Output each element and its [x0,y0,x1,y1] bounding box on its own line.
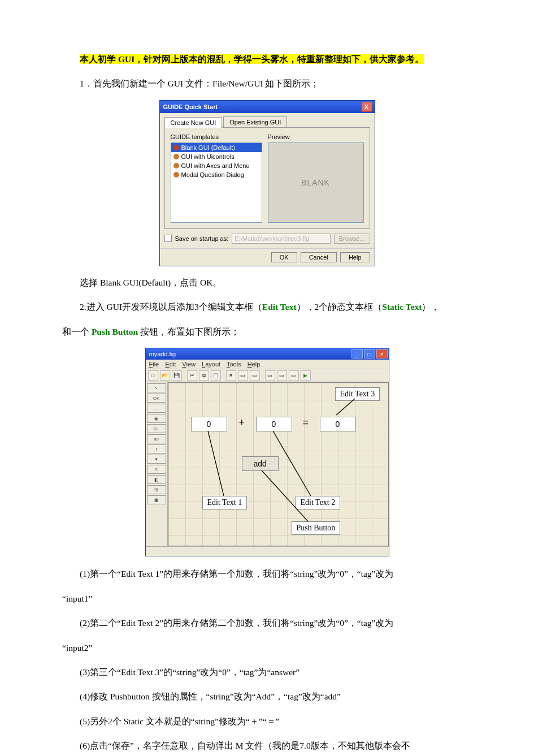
palette-panel-icon[interactable]: ▣ [147,495,166,504]
palette-listbox-icon[interactable]: ≡ [147,465,166,474]
palette-axes-icon[interactable]: ⊞ [147,485,166,494]
help-button[interactable]: Help [340,252,370,262]
toolbar-open-icon[interactable]: 📂 [160,370,170,381]
edit-text-term: Edit Text [262,302,297,312]
menu-layout[interactable]: Layout [202,361,220,368]
toolbar-paste-icon[interactable]: 📋 [211,370,221,381]
save-checkbox[interactable] [164,235,172,242]
palette-toggle-icon[interactable]: ◧ [147,475,166,484]
edit-text-3[interactable]: 0 [320,417,356,431]
editor-statusbar [146,546,389,556]
template-modal-dialog[interactable]: Modal Question Dialog [171,170,262,179]
save-row: Save on startup as: Browse... [164,234,370,244]
item-4: (4)修改 Pushbutton 按钮的属性，“string”改为“Add”，“… [62,688,472,705]
toolbar-button-icon[interactable]: ▭ [238,370,248,381]
save-label: Save on startup as: [175,235,229,242]
maximize-icon[interactable]: □ [364,349,375,358]
editor-title: myadd.fig [149,351,176,357]
palette-edit-icon[interactable]: ab [147,434,166,443]
guide-quick-start-dialog: GUIDE Quick Start X Create New GUI Open … [159,100,375,266]
tab-open-existing[interactable]: Open Existing GUI [223,116,287,127]
item-1b: “input1” [62,590,472,607]
template-icon [173,145,179,150]
dialog-body: GUIDE templates Blank GUI (Default) GUI … [164,127,370,229]
toolbar-button-icon[interactable]: ▭ [289,370,299,381]
browse-button[interactable]: Browse... [334,234,370,244]
callout-edit-text-1: Edit Text 1 [202,496,248,509]
templates-listbox[interactable]: Blank GUI (Default) GUI with Uicontrols … [171,142,262,223]
toolbar-button-icon[interactable]: ▭ [250,370,260,381]
callout-edit-text-2: Edit Text 2 [296,496,341,509]
editor-toolbar: □ 📂 💾 ✂ ⧉ 📋 # ▭ ▭ ▭ ▭ ▭ ▶ [146,369,389,382]
template-icon [173,172,179,178]
menu-file[interactable]: FFileile [149,361,159,368]
toolbar-cut-icon[interactable]: ✂ [187,370,197,381]
toolbar-button-icon[interactable]: ▭ [265,370,275,381]
intro-highlight: 本人初学 GUI，针对网上版本的混乱，学得一头雾水，特重新整理如下，供大家参考。 [80,54,424,64]
templates-label: GUIDE templates [171,133,261,140]
step-2-line2: 和一个 Push Button 按钮，布置如下图所示； [62,323,472,340]
dialog-tabs: Create New GUI Open Existing GUI [160,113,375,127]
item-2b: “input2” [62,640,472,656]
palette-text-icon[interactable]: T [147,444,166,453]
item-3: (3)第三个“Edit Text 3”的“string”改为“0”，“tag”为… [62,664,472,680]
toolbar-run-icon[interactable]: ▶ [301,370,311,381]
templates-column: GUIDE templates Blank GUI (Default) GUI … [171,133,261,223]
toolbar-copy-icon[interactable]: ⧉ [199,370,209,381]
preview-frame: BLANK [268,142,364,223]
palette-select-icon[interactable]: ↖ [147,383,166,392]
push-button-term: Push Button [92,327,138,336]
template-uicontrols[interactable]: GUI with Uicontrols [171,152,262,161]
toolbar-align-icon[interactable]: # [226,370,236,381]
item-6: (6)点击“保存”，名字任意取，自动弹出 M 文件（我的是7.0版本，不知其他版… [62,737,472,754]
static-text-term: Static Text [382,302,422,312]
close-icon[interactable]: × [376,349,388,358]
menu-help[interactable]: Help [248,361,261,368]
layout-canvas[interactable]: 0 + 0 = 0 add Edit Text 3 Edit Text 1 Ed… [168,382,389,546]
dialog-title: GUIDE Quick Start [163,103,218,110]
toolbar-save-icon[interactable]: 💾 [172,370,182,381]
palette-button-icon[interactable]: OK [147,394,166,403]
minimize-icon[interactable]: _ [351,349,363,358]
preview-label: Preview [268,133,364,140]
intro-line: 本人初学 GUI，针对网上版本的混乱，学得一头雾水，特重新整理如下，供大家参考。 [62,51,472,67]
page: 本人初学 GUI，针对网上版本的混乱，学得一头雾水，特重新整理如下，供大家参考。… [0,0,534,756]
add-push-button[interactable]: add [242,456,279,471]
preview-column: Preview BLANK [268,133,364,223]
menu-view[interactable]: View [182,361,196,368]
svg-line-1 [208,431,224,496]
save-path-input[interactable] [232,234,330,244]
callout-push-button: Push Button [292,521,341,535]
toolbar-new-icon[interactable]: □ [148,370,158,381]
editor-menubar: FFileile Edit View Layout Tools Help [146,360,389,369]
palette-slider-icon[interactable]: — [147,404,166,413]
template-blank-gui[interactable]: Blank GUI (Default) [171,143,262,152]
item-5: (5)另外2个 Static 文本就是的“string”修改为“＋”“＝” [62,713,472,729]
static-equals: = [303,417,309,429]
menu-tools[interactable]: Tools [227,361,241,368]
static-plus: + [239,417,245,429]
palette-popup-icon[interactable]: ▼ [147,455,166,464]
tab-create-new[interactable]: Create New GUI [164,117,223,128]
step-1: 1．首先我们新建一个 GUI 文件：File/New/GUI 如下图所示； [62,75,472,92]
dialog-buttons: OK Cancel Help [160,248,375,266]
palette-checkbox-icon[interactable]: ☑ [147,424,166,433]
template-axes-menu[interactable]: GUI with Axes and Menu [171,161,262,170]
edit-text-1[interactable]: 0 [191,417,227,431]
template-icon [173,154,179,159]
item-2: (2)第二个“Edit Text 2”的用来存储第二个加数，我们将“string… [62,615,472,631]
step-2-line1: 2.进入 GUI开发环境以后添加3个编辑文本框（Edit Text），2个静态文… [62,299,472,315]
window-buttons: _ □ × [351,349,388,358]
ok-button[interactable]: OK [271,252,297,262]
edit-text-2[interactable]: 0 [256,417,292,431]
menu-edit[interactable]: Edit [165,361,176,368]
toolbar-button-icon[interactable]: ▭ [277,370,287,381]
editor-titlebar: myadd.fig _ □ × [146,348,389,360]
cancel-button[interactable]: Cancel [301,252,337,262]
guide-editor-window: myadd.fig _ □ × FFileile Edit View Layou… [145,348,389,556]
close-icon[interactable]: X [361,102,372,112]
editor-body: ↖ OK — ◉ ☑ ab T ▼ ≡ ◧ ⊞ ▣ 0 + 0 = 0 add … [146,382,389,546]
palette-radio-icon[interactable]: ◉ [147,414,166,423]
component-palette: ↖ OK — ◉ ☑ ab T ▼ ≡ ◧ ⊞ ▣ [146,382,168,546]
callout-edit-text-3: Edit Text 3 [335,387,380,401]
